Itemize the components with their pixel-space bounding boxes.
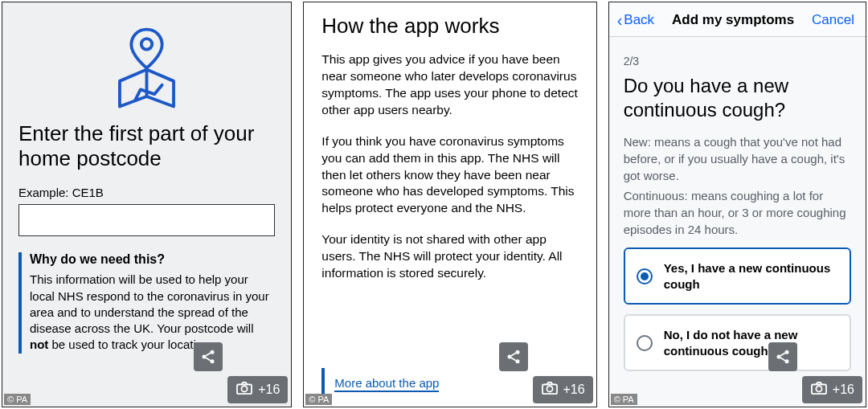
svg-point-8 [515,359,519,363]
camera-icon [235,381,253,399]
how-para-2: If you think you have coronavirus sympto… [321,133,578,218]
more-about-app-link[interactable]: More about the app [334,376,439,392]
progress-indicator: 2/3 [624,55,851,67]
svg-point-2 [203,355,207,359]
svg-point-6 [515,350,519,354]
cancel-button[interactable]: Cancel [812,12,854,28]
screen-how-it-works: How the app works This app gives you adv… [303,2,596,407]
postcode-info-box: Why do we need this? This information wi… [18,252,275,353]
screen-symptoms: ‹ Back Add my symptoms Cancel 2/3 Do you… [608,2,866,407]
svg-point-15 [816,386,821,391]
nav-bar: ‹ Back Add my symptoms Cancel [609,2,866,37]
info-text-pre: This information will be used to help yo… [30,272,269,335]
info-text-post: be used to track your location. [48,337,212,351]
postcode-heading: Enter the first part of your home postco… [18,121,275,171]
option-yes[interactable]: Yes, I have a new continuous cough [624,247,851,305]
chevron-left-icon: ‹ [617,12,623,28]
svg-point-3 [211,359,215,363]
svg-point-0 [141,39,152,49]
definition-continuous: Continuous: means coughing a lot for mor… [624,187,851,238]
postcode-example-label: Example: CE1B [18,186,275,199]
postcode-info-text: This information will be used to help yo… [30,272,275,353]
question-heading: Do you have a new continuous cough? [624,74,851,122]
camera-icon [810,381,828,399]
gallery-count: +16 [833,382,854,397]
svg-point-11 [784,350,788,354]
image-credit: © PA [611,394,637,405]
svg-point-1 [211,350,215,354]
gallery-count: +16 [258,382,280,397]
screen-postcode: Enter the first part of your home postco… [2,2,292,407]
radio-unselected-icon [637,335,653,351]
svg-point-10 [547,386,552,391]
postcode-info-title: Why do we need this? [30,252,275,267]
gallery-button[interactable]: +16 [533,376,593,403]
svg-point-12 [776,355,780,359]
share-button[interactable] [768,342,797,371]
share-button[interactable] [499,342,528,371]
how-heading: How the app works [321,14,578,39]
svg-point-5 [242,386,248,391]
how-para-1: This app gives you advice if you have be… [321,51,578,119]
gallery-count: +16 [563,382,585,397]
camera-icon [541,381,559,399]
how-para-3: Your identity is not shared with other a… [321,231,578,282]
info-text-bold: not [30,337,48,351]
definition-new: New: means a cough that you've not had b… [624,133,851,184]
svg-point-7 [507,355,511,359]
radio-selected-icon [637,268,653,284]
gallery-button[interactable]: +16 [227,376,288,403]
location-map-icon [18,17,275,121]
gallery-button[interactable]: +16 [802,376,862,403]
image-credit: © PA [305,394,332,405]
svg-point-13 [784,359,788,363]
share-button[interactable] [194,342,223,371]
postcode-input[interactable] [18,204,275,236]
image-credit: © PA [4,394,31,405]
back-button[interactable]: ‹ Back [617,12,654,28]
nav-title: Add my symptoms [672,12,794,28]
option-yes-label: Yes, I have a new continuous cough [664,260,838,292]
back-label: Back [624,12,654,28]
